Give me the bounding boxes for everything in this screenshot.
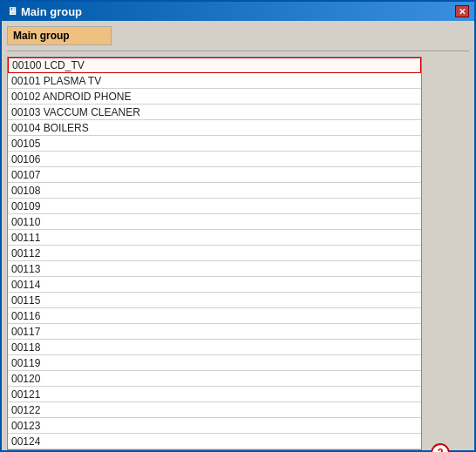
list-item[interactable]: 00119 — [8, 355, 421, 371]
list-item[interactable]: 00115 — [8, 293, 421, 308]
right-panel — [425, 57, 469, 450]
list-item[interactable]: 00103 VACCUM CLEANER — [8, 105, 421, 120]
list-item[interactable]: 00116 — [8, 308, 421, 324]
list-item[interactable]: 00118 — [8, 340, 421, 355]
list-item[interactable]: 00102 ANDROID PHONE — [8, 89, 421, 105]
list-item[interactable]: 00112 — [8, 246, 421, 261]
window-title: Main group — [21, 5, 82, 18]
list-item[interactable]: 00100 LCD_TV — [8, 57, 421, 73]
list-item[interactable]: 00123 — [8, 418, 421, 434]
content-area: 00100 LCD_TV00101 PLASMA TV00102 ANDROID… — [7, 57, 469, 450]
list-item[interactable]: 00124 — [8, 434, 421, 449]
list-item[interactable]: 00121 — [8, 387, 421, 402]
list-item[interactable]: 00122 — [8, 402, 421, 418]
item-list[interactable]: 00100 LCD_TV00101 PLASMA TV00102 ANDROID… — [7, 57, 422, 450]
list-item[interactable]: 00110 — [8, 214, 421, 230]
close-button[interactable]: ✕ — [455, 5, 469, 17]
window-body: Main group 00100 LCD_TV00101 PLASMA TV00… — [2, 21, 474, 452]
list-item[interactable]: 00114 — [8, 277, 421, 293]
list-item[interactable]: 00120 — [8, 371, 421, 387]
list-item[interactable]: 00104 BOILERS — [8, 120, 421, 136]
list-item[interactable]: 00113 — [8, 261, 421, 277]
list-item[interactable]: 00108 — [8, 183, 421, 199]
list-item[interactable]: 00117 — [8, 324, 421, 340]
list-item[interactable]: 00106 — [8, 152, 421, 167]
main-group-label: Main group — [7, 26, 112, 45]
separator — [7, 51, 469, 51]
list-item[interactable]: 00109 — [8, 199, 421, 214]
main-window: 🖥 Main group ✕ Main group 00100 LCD_TV00… — [0, 0, 476, 452]
list-item[interactable]: 00105 — [8, 136, 421, 152]
list-item[interactable]: 00107 — [8, 167, 421, 183]
title-bar: 🖥 Main group ✕ — [2, 2, 474, 21]
window-icon: 🖥 — [7, 5, 17, 17]
list-item[interactable]: 00111 — [8, 230, 421, 246]
list-item[interactable]: 00101 PLASMA TV — [8, 73, 421, 89]
